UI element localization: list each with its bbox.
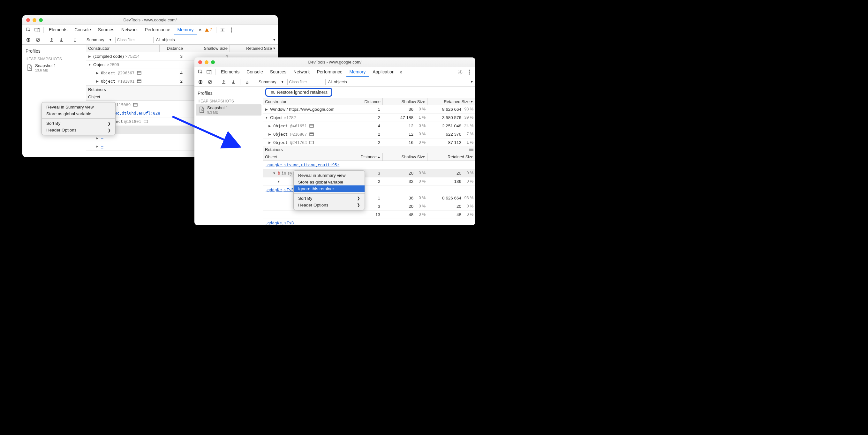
table-row[interactable]: ,qddgKe,sTsB…	[263, 219, 475, 225]
svg-rect-35	[310, 133, 313, 136]
table-row[interactable]: ▶Object @241763 2 160 % 87 1121 %	[263, 138, 475, 146]
gc-icon[interactable]	[243, 78, 251, 86]
record-icon[interactable]	[24, 36, 33, 44]
gear-icon[interactable]	[218, 26, 227, 34]
col-shallow[interactable]: Shallow Size	[185, 45, 230, 52]
issues-count: 2	[210, 27, 212, 32]
tab-memory[interactable]: Memory	[174, 26, 197, 34]
profiles-heading: Profiles	[22, 47, 86, 56]
import-icon[interactable]	[229, 78, 238, 86]
table-row[interactable]: ▶Object @216867 2 120 % 622 3767 %	[263, 130, 475, 138]
tab-memory[interactable]: Memory	[346, 68, 369, 76]
snapshot-item[interactable]: Snapshot 1 13.6 MB	[22, 62, 86, 73]
clear-icon[interactable]	[34, 36, 42, 44]
window-icon	[137, 71, 142, 75]
menu-reveal[interactable]: Reveal in Summary view	[294, 172, 365, 179]
view-select[interactable]: Summary▼	[257, 79, 286, 86]
close-window-button[interactable]	[26, 18, 30, 22]
tab-network[interactable]: Network	[290, 68, 313, 76]
export-icon[interactable]	[220, 78, 228, 86]
more-tabs-button[interactable]: »	[197, 27, 203, 33]
device-toolbar-icon[interactable]	[205, 68, 214, 76]
svg-rect-13	[137, 71, 141, 74]
tab-elements[interactable]: Elements	[218, 68, 243, 76]
col-object[interactable]: Object	[263, 153, 357, 160]
tab-network[interactable]: Network	[118, 26, 141, 34]
snapshot-size: 13.6 MB	[35, 68, 56, 72]
inspect-icon[interactable]	[196, 68, 205, 76]
tab-sources[interactable]: Sources	[95, 26, 118, 34]
restore-icon	[270, 90, 275, 94]
retainers-section: Retainers	[263, 146, 475, 153]
tab-performance[interactable]: Performance	[142, 26, 173, 34]
hamburger-icon[interactable]	[469, 147, 473, 152]
kebab-menu-icon[interactable]	[227, 26, 236, 34]
tab-elements[interactable]: Elements	[45, 26, 70, 34]
record-icon[interactable]	[196, 78, 205, 86]
svg-line-11	[37, 39, 39, 41]
col-constructor[interactable]: Constructor	[86, 45, 160, 52]
tab-console[interactable]: Console	[243, 68, 266, 76]
import-icon[interactable]	[57, 36, 65, 44]
kebab-menu-icon[interactable]	[465, 68, 473, 76]
retainers-header: Object Distance▲ Shallow Size Retained S…	[263, 153, 475, 160]
table-row[interactable]: ▼Object ×1782 2 47 1881 % 3 580 57639 %	[263, 114, 475, 122]
menu-store[interactable]: Store as global variable	[294, 179, 365, 185]
col-shallow[interactable]: Shallow Size	[383, 98, 428, 105]
class-filter-input[interactable]	[115, 37, 154, 43]
clear-icon[interactable]	[206, 78, 214, 86]
restore-label: Restore ignored retainers	[277, 90, 328, 95]
device-toolbar-icon[interactable]	[33, 26, 41, 34]
snapshot-icon	[199, 106, 205, 113]
col-distance[interactable]: Distance	[357, 98, 383, 105]
col-shallow[interactable]: Shallow Size	[383, 153, 428, 160]
menu-sortby[interactable]: Sort By❯	[42, 120, 115, 127]
table-row[interactable]: ,quugKe,stsune,uttonu,enuiti95z	[263, 161, 475, 169]
issues-badge[interactable]: 2	[205, 27, 212, 32]
objects-filter[interactable]: All objects ▼	[156, 37, 276, 42]
menu-sortby[interactable]: Sort By❯	[294, 195, 365, 202]
window-title: DevTools - www.google.com/	[194, 60, 475, 64]
svg-point-27	[469, 73, 470, 74]
maximize-window-button[interactable]	[211, 60, 215, 64]
svg-point-25	[469, 69, 470, 70]
svg-point-9	[28, 39, 29, 40]
col-distance[interactable]: Distance▲	[357, 153, 383, 160]
tab-console[interactable]: Console	[71, 26, 94, 34]
minimize-window-button[interactable]	[33, 18, 36, 22]
menu-ignore-retainer[interactable]: Ignore this retainer	[294, 185, 365, 192]
minimize-window-button[interactable]	[205, 60, 209, 64]
table-row[interactable]: 13 480 % 480 %	[263, 211, 475, 219]
class-filter-input[interactable]	[287, 79, 326, 85]
col-distance[interactable]: Distance	[160, 45, 185, 52]
view-select[interactable]: Summary ▼	[85, 36, 114, 43]
col-retained[interactable]: Retained Size▼	[230, 45, 278, 52]
svg-line-0	[173, 117, 236, 145]
col-retained[interactable]: Retained Size	[428, 153, 475, 160]
snapshot-title: Snapshot 1	[35, 63, 56, 68]
more-tabs-button[interactable]: »	[398, 69, 404, 75]
objects-filter[interactable]: All objects▼	[328, 80, 473, 84]
window-icon	[137, 80, 142, 83]
menu-reveal[interactable]: Reveal in Summary view	[42, 104, 115, 111]
export-icon[interactable]	[48, 36, 56, 44]
table-row[interactable]: ▶Object @461651 4 120 % 2 251 04824 %	[263, 122, 475, 130]
col-retained[interactable]: Retained Size▼	[428, 98, 475, 105]
col-constructor[interactable]: Constructor	[263, 98, 357, 105]
gc-icon[interactable]	[71, 36, 79, 44]
menu-header-options[interactable]: Header Options❯	[42, 127, 115, 133]
snapshot-icon	[27, 64, 33, 71]
tab-sources[interactable]: Sources	[267, 68, 289, 76]
maximize-window-button[interactable]	[39, 18, 43, 22]
svg-rect-19	[144, 120, 148, 123]
tab-performance[interactable]: Performance	[313, 68, 345, 76]
menu-header-options[interactable]: Header Options❯	[294, 202, 365, 209]
table-row[interactable]: ▶Window / https://www.google.com 1 360 %…	[263, 105, 475, 114]
restore-ignored-retainers-button[interactable]: Restore ignored retainers	[265, 88, 332, 97]
menu-store[interactable]: Store as global variable	[42, 111, 115, 117]
gear-icon[interactable]	[456, 68, 464, 76]
memory-toolbar: Summary ▼ All objects ▼	[22, 35, 278, 45]
tab-application[interactable]: Application	[369, 68, 398, 76]
close-window-button[interactable]	[198, 60, 202, 64]
inspect-icon[interactable]	[24, 26, 33, 34]
